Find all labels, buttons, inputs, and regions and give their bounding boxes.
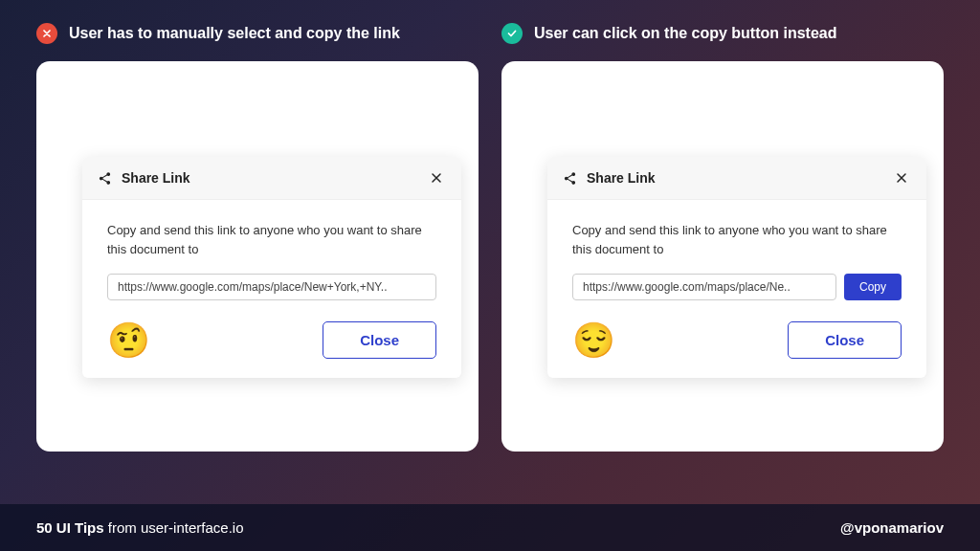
cross-icon	[36, 23, 57, 44]
dialog-title: Share Link	[122, 170, 190, 186]
good-header: User can click on the copy button instea…	[501, 23, 944, 44]
copy-button[interactable]: Copy	[844, 274, 902, 300]
footer-handle: @vponamariov	[840, 519, 944, 536]
share-icon	[563, 171, 577, 186]
close-icon-button[interactable]	[427, 168, 446, 187]
dialog-description: Copy and send this link to anyone who yo…	[572, 221, 902, 258]
dialog-description: Copy and send this link to anyone who yo…	[107, 221, 436, 258]
good-panel: Share Link Copy and send this link to an…	[501, 61, 944, 452]
close-icon-button[interactable]	[892, 168, 911, 187]
close-button[interactable]: Close	[788, 321, 902, 359]
page-footer: 50 UI Tips from user-interface.io @vpona…	[0, 504, 980, 551]
bad-example-column: User has to manually select and copy the…	[36, 23, 479, 452]
link-input[interactable]	[107, 274, 436, 300]
link-input[interactable]	[572, 274, 836, 300]
reaction-emoji: 🤨	[107, 323, 150, 358]
close-button[interactable]: Close	[323, 321, 436, 359]
good-example-column: User can click on the copy button instea…	[501, 23, 944, 452]
reaction-emoji: 😌	[572, 323, 615, 358]
share-dialog-good: Share Link Copy and send this link to an…	[547, 157, 926, 378]
share-dialog-bad: Share Link Copy and send this link to an…	[82, 157, 461, 378]
bad-header: User has to manually select and copy the…	[36, 23, 479, 44]
share-icon	[98, 171, 112, 186]
check-icon	[501, 23, 523, 44]
dialog-title: Share Link	[587, 170, 656, 186]
bad-header-text: User has to manually select and copy the…	[69, 25, 400, 42]
good-header-text: User can click on the copy button instea…	[534, 25, 837, 42]
dialog-header: Share Link	[547, 157, 926, 200]
footer-source: 50 UI Tips from user-interface.io	[36, 519, 243, 536]
bad-panel: Share Link Copy and send this link to an…	[36, 61, 479, 452]
dialog-header: Share Link	[82, 157, 461, 200]
